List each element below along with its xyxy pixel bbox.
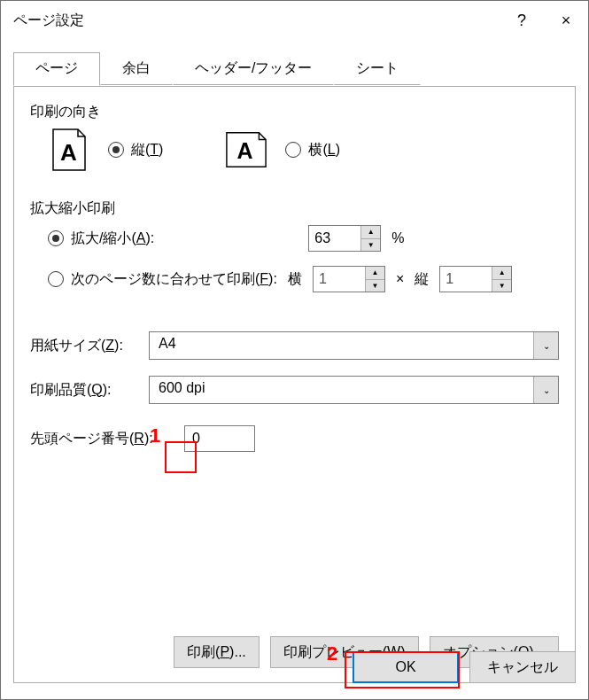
chevron-down-icon[interactable]: ⌄	[533, 377, 558, 403]
radio-icon	[108, 142, 124, 158]
landscape-label: 横(L)	[308, 141, 340, 159]
tab-sheet[interactable]: シート	[334, 52, 421, 85]
fit-wide-label: 横	[288, 270, 302, 289]
cancel-button[interactable]: キャンセル	[469, 651, 576, 683]
fit-radio[interactable]: 次のページ数に合わせて印刷(F):	[48, 270, 277, 289]
spinner-down-icon[interactable]: ▼	[361, 239, 380, 252]
help-button[interactable]: ?	[500, 1, 544, 40]
spinner-up-icon[interactable]: ▲	[361, 226, 380, 239]
paper-size-row: 用紙サイズ(Z): A4 ⌄	[30, 331, 559, 360]
scaling-group-label: 拡大縮小印刷	[30, 199, 559, 218]
spinner-up-icon[interactable]: ▲	[366, 267, 384, 280]
print-quality-value: 600 dpi	[150, 377, 533, 403]
callout-number-1: 1	[150, 424, 160, 447]
landscape-radio[interactable]: 横(L)	[285, 141, 340, 159]
portrait-label: 縦(T)	[131, 141, 163, 159]
spinner-buttons: ▲ ▼	[365, 267, 384, 292]
titlebar: ページ設定 ? ×	[1, 1, 588, 40]
first-page-row: 先頭ページ番号(R):	[30, 425, 559, 452]
scaling-fit-row: 次のページ数に合わせて印刷(F): 横 ▲ ▼ × 縦 ▲ ▼	[30, 266, 559, 292]
tab-page[interactable]: ページ	[13, 52, 100, 86]
tab-panel-page: 印刷の向き A 縦(T) A	[13, 86, 576, 683]
portrait-icon: A	[48, 128, 90, 171]
tab-margins[interactable]: 余白	[100, 52, 173, 85]
dialog-content: ページ 余白 ヘッダー/フッター シート 印刷の向き A 縦(T)	[1, 40, 588, 699]
fit-label: 次のページ数に合わせて印刷(F):	[71, 270, 277, 289]
spinner-up-icon[interactable]: ▲	[492, 267, 511, 280]
svg-text:A: A	[60, 139, 77, 166]
print-quality-combo[interactable]: 600 dpi ⌄	[149, 376, 559, 404]
paper-size-value: A4	[150, 332, 533, 359]
print-quality-label: 印刷品質(Q):	[30, 381, 136, 400]
adjust-spinner[interactable]: ▲ ▼	[308, 225, 381, 252]
orientation-row: A 縦(T) A 横(L)	[30, 128, 559, 171]
scaling-adjust-row: 拡大/縮小(A): ▲ ▼ %	[30, 225, 559, 252]
percent-label: %	[391, 230, 404, 246]
cross-label: ×	[396, 271, 404, 287]
portrait-radio[interactable]: 縦(T)	[108, 141, 163, 159]
spinner-buttons: ▲ ▼	[492, 267, 511, 292]
radio-icon	[48, 230, 64, 246]
chevron-down-icon[interactable]: ⌄	[533, 332, 558, 359]
footer-button-row: OK キャンセル	[353, 651, 576, 683]
svg-text:A: A	[237, 138, 253, 163]
adjust-input[interactable]	[309, 226, 360, 251]
radio-icon	[48, 271, 64, 287]
first-page-input[interactable]	[184, 425, 255, 452]
paper-size-label: 用紙サイズ(Z):	[30, 337, 136, 355]
landscape-icon: A	[225, 128, 267, 171]
print-button[interactable]: 印刷(P)...	[174, 636, 260, 668]
callout-number-2: 2	[327, 642, 337, 665]
close-button[interactable]: ×	[544, 1, 588, 40]
fit-tall-spinner[interactable]: ▲ ▼	[439, 266, 512, 292]
adjust-label: 拡大/縮小(A):	[71, 229, 154, 248]
ok-button[interactable]: OK	[353, 651, 459, 683]
fit-tall-input[interactable]	[440, 267, 492, 292]
fit-tall-label: 縦	[415, 270, 429, 289]
spinner-buttons: ▲ ▼	[360, 226, 380, 251]
spinner-down-icon[interactable]: ▼	[492, 280, 511, 292]
fit-wide-input[interactable]	[314, 267, 365, 292]
fit-wide-spinner[interactable]: ▲ ▼	[313, 266, 385, 292]
radio-icon	[285, 142, 301, 158]
window-title: ページ設定	[13, 12, 500, 30]
adjust-radio[interactable]: 拡大/縮小(A):	[48, 229, 154, 248]
tab-strip: ページ 余白 ヘッダー/フッター シート	[13, 52, 588, 85]
print-quality-row: 印刷品質(Q): 600 dpi ⌄	[30, 376, 559, 404]
paper-size-combo[interactable]: A4 ⌄	[149, 331, 559, 360]
tab-header-footer[interactable]: ヘッダー/フッター	[173, 52, 334, 85]
orientation-group-label: 印刷の向き	[30, 103, 559, 121]
spinner-down-icon[interactable]: ▼	[366, 280, 384, 292]
